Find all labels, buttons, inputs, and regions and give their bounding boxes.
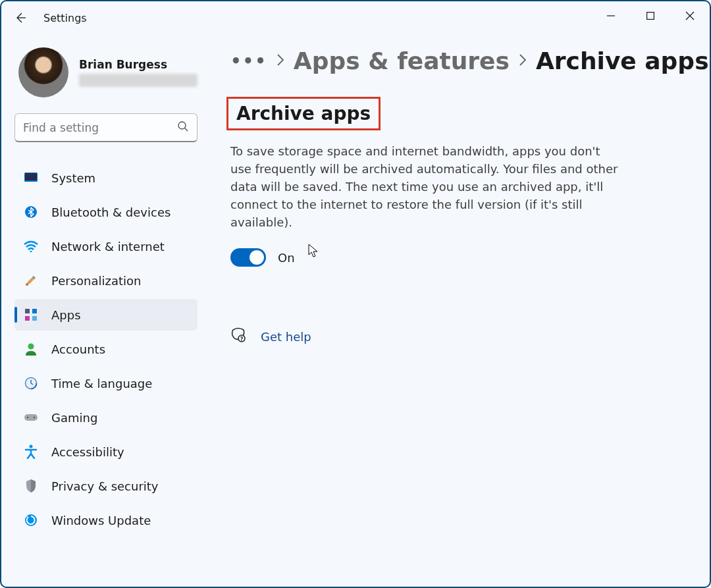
search-input[interactable]: [23, 121, 177, 134]
bluetooth-icon: [24, 205, 38, 219]
svg-line-5: [185, 128, 188, 130]
gaming-icon: [24, 410, 38, 425]
window-title: Settings: [43, 12, 87, 24]
maximize-button[interactable]: [631, 1, 670, 30]
user-email: [79, 74, 198, 87]
apps-icon: [24, 307, 38, 322]
breadcrumb: ••• Apps & features Archive apps: [230, 47, 709, 74]
toggle-state-label: On: [278, 251, 295, 265]
chevron-right-icon: [519, 53, 527, 69]
system-icon: [24, 171, 38, 185]
sidebar-item-label: Bluetooth & devices: [51, 205, 171, 219]
sidebar-item-gaming[interactable]: Gaming: [14, 402, 198, 433]
get-help-link[interactable]: Get help: [261, 330, 311, 344]
svg-point-23: [30, 445, 33, 448]
svg-text:?: ?: [240, 336, 244, 342]
sidebar-item-accounts[interactable]: Accounts: [14, 333, 198, 365]
sidebar-item-label: Network & internet: [51, 240, 165, 254]
close-button[interactable]: [670, 1, 710, 30]
svg-rect-7: [25, 173, 37, 180]
sidebar-item-label: Accessibility: [51, 445, 124, 459]
user-name-label: Brian Burgess: [79, 58, 198, 71]
search-container[interactable]: [14, 113, 198, 142]
breadcrumb-current: Archive apps: [536, 47, 709, 74]
svg-point-15: [28, 344, 34, 350]
breadcrumb-overflow-icon[interactable]: •••: [230, 51, 267, 71]
sidebar-item-label: Gaming: [51, 411, 97, 425]
page-heading: Archive apps: [226, 97, 381, 130]
wifi-icon: [24, 239, 38, 254]
archive-apps-toggle[interactable]: [230, 248, 266, 267]
user-profile[interactable]: Brian Burgess: [18, 47, 198, 97]
sidebar-item-label: Apps: [51, 308, 81, 322]
breadcrumb-parent-link[interactable]: Apps & features: [294, 47, 510, 74]
sidebar-item-bluetooth[interactable]: Bluetooth & devices: [14, 196, 198, 228]
sidebar-item-accessibility[interactable]: Accessibility: [14, 436, 198, 468]
help-icon: ?: [230, 327, 246, 346]
sidebar-item-label: Windows Update: [51, 514, 151, 527]
sidebar-item-label: Accounts: [51, 342, 105, 356]
svg-rect-1: [647, 13, 654, 20]
sidebar-item-label: Time & language: [51, 377, 152, 390]
minimize-button[interactable]: [591, 1, 631, 30]
accessibility-icon: [24, 444, 38, 459]
sidebar-item-label: Privacy & security: [51, 479, 159, 493]
sidebar-item-personalization[interactable]: Personalization: [14, 265, 198, 296]
nav-list: System Bluetooth & devices Network & int…: [14, 162, 198, 539]
clock-icon: [24, 376, 38, 390]
shield-icon: [24, 479, 38, 493]
update-icon: [24, 513, 38, 527]
sidebar-item-apps[interactable]: Apps: [14, 299, 198, 331]
svg-point-21: [27, 417, 28, 418]
back-button[interactable]: [7, 4, 34, 32]
svg-rect-14: [32, 316, 37, 321]
svg-rect-11: [25, 309, 30, 313]
page-description: To save storage space and internet bandw…: [230, 142, 619, 231]
sidebar-item-time[interactable]: Time & language: [14, 367, 198, 399]
svg-rect-12: [32, 309, 37, 313]
search-icon: [177, 120, 189, 135]
svg-point-22: [34, 417, 35, 418]
svg-rect-13: [25, 316, 30, 321]
svg-point-9: [30, 251, 32, 253]
accounts-icon: [24, 342, 38, 356]
sidebar-item-privacy[interactable]: Privacy & security: [14, 470, 198, 502]
chevron-right-icon: [276, 53, 284, 69]
svg-point-10: [26, 283, 28, 286]
sidebar-item-label: Personalization: [51, 274, 141, 288]
sidebar-item-update[interactable]: Windows Update: [14, 504, 198, 536]
svg-point-4: [178, 122, 186, 129]
paintbrush-icon: [24, 273, 38, 288]
avatar: [18, 47, 68, 97]
sidebar-item-system[interactable]: System: [14, 162, 198, 194]
sidebar-item-label: System: [51, 171, 95, 185]
sidebar-item-network[interactable]: Network & internet: [14, 230, 198, 262]
svg-rect-20: [24, 414, 38, 421]
